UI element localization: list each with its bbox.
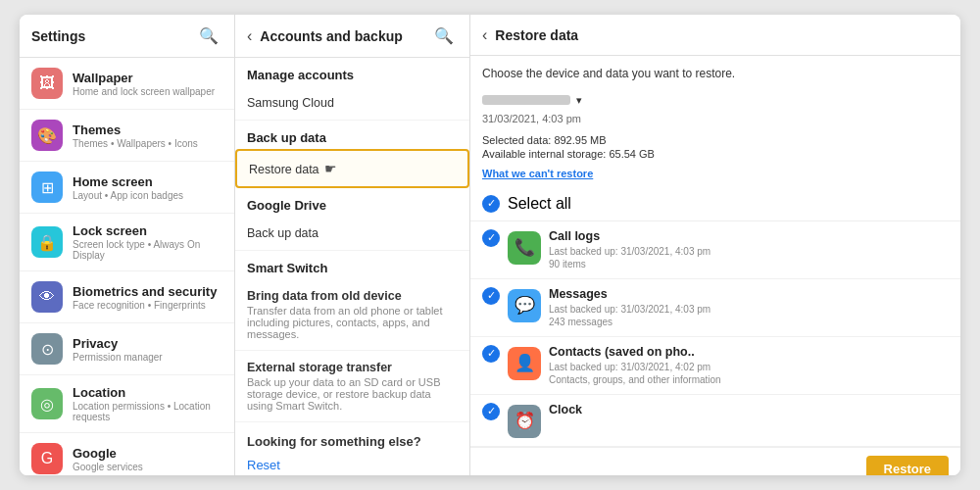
- accounts-header: ‹ Accounts and backup 🔍: [235, 15, 469, 58]
- backup-desc-contacts: Last backed up: 31/03/2021, 4:02 pmConta…: [549, 361, 949, 386]
- smart-switch-item-1[interactable]: External storage transferBack up your da…: [235, 351, 469, 422]
- settings-item-google[interactable]: G Google Google services: [20, 433, 234, 475]
- settings-item-title-privacy: Privacy: [73, 336, 222, 351]
- backup-check-call-logs[interactable]: ✓: [482, 229, 500, 247]
- accounts-panel: ‹ Accounts and backup 🔍 Manage accountsS…: [235, 15, 470, 475]
- backup-title-contacts: Contacts (saved on pho..: [549, 345, 949, 359]
- back-up-data-header: Back up data: [235, 121, 469, 149]
- settings-search-button[interactable]: 🔍: [195, 24, 222, 47]
- settings-item-lock-screen[interactable]: 🔒 Lock screen Screen lock type • Always …: [20, 214, 234, 271]
- settings-icon-home-screen: ⊞: [31, 172, 63, 203]
- smart-switch-item-0[interactable]: Bring data from old deviceTransfer data …: [235, 279, 469, 351]
- settings-item-wallpaper[interactable]: 🖼 Wallpaper Home and lock screen wallpap…: [20, 58, 234, 110]
- restore-header: ‹ Restore data: [470, 15, 960, 56]
- settings-icon-biometrics: 👁: [31, 281, 63, 313]
- select-all-row[interactable]: ✓ Select all: [470, 187, 960, 221]
- smart-switch-sub: Transfer data from an old phone or table…: [247, 305, 458, 340]
- backup-title-call-logs: Call logs: [549, 229, 949, 243]
- looking-section-header: Looking for something else?: [235, 422, 469, 453]
- select-all-label: Select all: [508, 195, 571, 213]
- settings-item-title-wallpaper: Wallpaper: [73, 71, 222, 85]
- settings-item-title-biometrics: Biometrics and security: [73, 284, 222, 299]
- settings-icon-wallpaper: 🖼: [31, 68, 63, 99]
- backup-check-messages[interactable]: ✓: [482, 287, 500, 305]
- settings-item-subtitle-location: Location permissions • Location requests: [73, 401, 222, 422]
- settings-item-location[interactable]: ◎ Location Location permissions • Locati…: [20, 375, 234, 433]
- select-all-checkbox[interactable]: ✓: [482, 195, 500, 213]
- accounts-back-button[interactable]: ‹: [247, 27, 252, 45]
- backup-icon-call-logs: 📞: [508, 231, 541, 265]
- google-backup-item[interactable]: Back up data: [235, 217, 469, 251]
- settings-item-title-location: Location: [73, 385, 222, 400]
- settings-item-themes[interactable]: 🎨 Themes Themes • Wallpapers • Icons: [20, 110, 234, 162]
- settings-item-title-lock-screen: Lock screen: [73, 223, 222, 238]
- backup-check-clock[interactable]: ✓: [482, 403, 500, 420]
- smart-switch-sub: Back up your data to an SD card or USB s…: [247, 376, 458, 412]
- accounts-content: Manage accountsSamsung CloudBack up data…: [235, 58, 469, 475]
- settings-item-biometrics[interactable]: 👁 Biometrics and security Face recogniti…: [20, 271, 234, 323]
- backup-item-clock[interactable]: ✓ ⏰ Clock: [470, 395, 960, 447]
- backup-item-messages[interactable]: ✓ 💬 Messages Last backed up: 31/03/2021,…: [470, 279, 960, 337]
- backup-title-messages: Messages: [549, 287, 949, 301]
- backup-desc-call-logs: Last backed up: 31/03/2021, 4:03 pm90 it…: [549, 245, 949, 270]
- restore-back-button[interactable]: ‹: [482, 26, 487, 44]
- restore-button-row: Restore: [470, 447, 960, 475]
- accounts-title: Accounts and backup: [260, 28, 430, 44]
- restore-info: Selected data: 892.95 MB Available inter…: [470, 130, 960, 166]
- selected-data-label: Selected data: 892.95 MB: [482, 134, 949, 146]
- backup-icon-clock: ⏰: [508, 405, 541, 438]
- manage-accounts-header: Manage accounts: [235, 58, 469, 86]
- settings-icon-privacy: ⊙: [31, 333, 63, 365]
- available-storage-label: Available internal storage: 65.54 GB: [482, 148, 949, 160]
- restore-content: Choose the device and data you want to r…: [470, 56, 960, 475]
- settings-panel: Settings 🔍 🖼 Wallpaper Home and lock scr…: [20, 15, 235, 475]
- settings-item-title-google: Google: [73, 446, 222, 461]
- backup-icon-contacts: 👤: [508, 347, 541, 380]
- restore-panel: ‹ Restore data Choose the device and dat…: [470, 15, 960, 475]
- settings-item-title-home-screen: Home screen: [73, 174, 222, 189]
- device-bar: [482, 95, 570, 105]
- settings-icon-google: G: [31, 443, 63, 474]
- restore-title: Restore data: [495, 27, 949, 43]
- settings-icon-lock-screen: 🔒: [31, 226, 63, 258]
- settings-item-title-themes: Themes: [73, 122, 222, 137]
- restore-data-item[interactable]: Restore data ☛: [235, 149, 469, 188]
- settings-item-subtitle-home-screen: Layout • App icon badges: [73, 190, 222, 201]
- device-selector-row: ▾: [470, 88, 960, 113]
- settings-list: 🖼 Wallpaper Home and lock screen wallpap…: [20, 58, 234, 475]
- settings-item-subtitle-themes: Themes • Wallpapers • Icons: [73, 138, 222, 149]
- settings-item-privacy[interactable]: ⊙ Privacy Permission manager: [20, 323, 234, 375]
- google-drive-header: Google Drive: [235, 188, 469, 217]
- settings-item-subtitle-biometrics: Face recognition • Fingerprints: [73, 300, 222, 311]
- settings-icon-location: ◎: [31, 388, 63, 419]
- smart-switch-label: External storage transfer: [247, 361, 458, 374]
- smart-switch-header: Smart Switch: [235, 251, 469, 279]
- backup-icon-messages: 💬: [508, 289, 541, 322]
- backup-item-call-logs[interactable]: ✓ 📞 Call logs Last backed up: 31/03/2021…: [470, 221, 960, 279]
- samsung-cloud-item[interactable]: Samsung Cloud: [235, 86, 469, 121]
- settings-item-home-screen[interactable]: ⊞ Home screen Layout • App icon badges: [20, 162, 234, 214]
- settings-item-subtitle-wallpaper: Home and lock screen wallpaper: [73, 86, 222, 97]
- backup-title-clock: Clock: [549, 403, 949, 416]
- restore-button[interactable]: Restore: [866, 456, 949, 475]
- backup-item-contacts[interactable]: ✓ 👤 Contacts (saved on pho.. Last backed…: [470, 337, 960, 395]
- settings-item-subtitle-google: Google services: [73, 462, 222, 472]
- backup-check-contacts[interactable]: ✓: [482, 345, 500, 363]
- looking-link-0[interactable]: Reset: [235, 453, 469, 475]
- backup-desc-messages: Last backed up: 31/03/2021, 4:03 pm243 m…: [549, 303, 949, 328]
- settings-item-subtitle-lock-screen: Screen lock type • Always On Display: [73, 239, 222, 261]
- smart-switch-label: Bring data from old device: [247, 289, 458, 303]
- settings-icon-themes: 🎨: [31, 120, 63, 151]
- restore-description: Choose the device and data you want to r…: [470, 56, 960, 88]
- settings-title: Settings: [31, 28, 195, 44]
- settings-header: Settings 🔍: [20, 15, 234, 58]
- settings-item-subtitle-privacy: Permission manager: [73, 352, 222, 363]
- accounts-search-button[interactable]: 🔍: [430, 24, 458, 47]
- restore-cursor-icon: ☛: [324, 161, 337, 176]
- device-dropdown[interactable]: ▾: [576, 94, 582, 107]
- device-date: 31/03/2021, 4:03 pm: [470, 113, 960, 130]
- what-cant-restore-link[interactable]: What we can't restore: [470, 166, 960, 187]
